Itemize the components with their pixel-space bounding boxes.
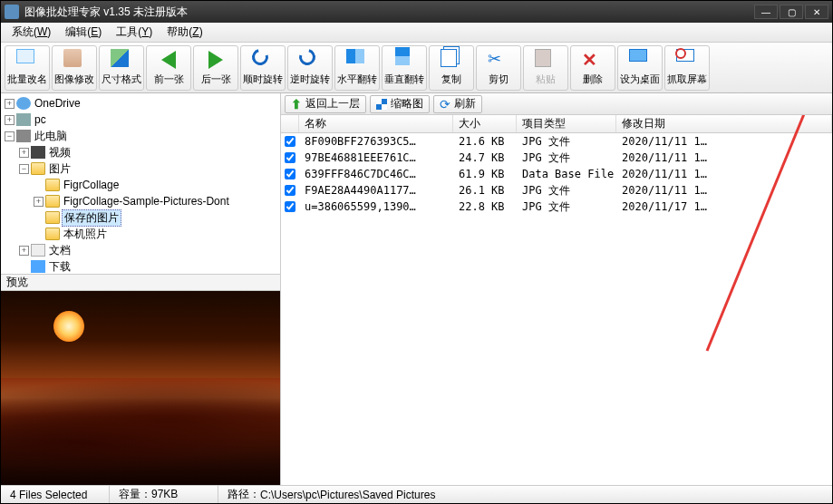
refresh-button[interactable]: ⟳ 刷新 — [433, 95, 482, 113]
file-row[interactable]: 8F090BFF276393C5…21.6 KBJPG 文件2020/11/11… — [281, 133, 832, 150]
monitor-icon — [16, 130, 31, 142]
paste-icon — [535, 49, 557, 71]
tree-node-pictures[interactable]: − 图片 — [3, 160, 278, 177]
tool-label: 水平翻转 — [337, 73, 377, 86]
size-format-button[interactable]: 尺寸格式 — [99, 45, 144, 91]
expander-icon[interactable]: − — [19, 164, 29, 174]
file-type: JPG 文件 — [517, 183, 616, 199]
tree-node-onedrive[interactable]: + OneDrive — [3, 95, 278, 111]
file-date: 2020/11/17 1… — [616, 200, 832, 213]
flip-v-icon — [393, 49, 415, 71]
rotate-cw-icon — [252, 49, 274, 71]
tool-label: 抓取屏幕 — [667, 73, 707, 86]
button-label: 刷新 — [454, 96, 476, 111]
paste-button[interactable]: 粘贴 — [523, 45, 568, 91]
tree-node-figrcollage-sample[interactable]: + FigrCollage-Sample-Pictures-Dont — [3, 193, 278, 209]
expander-icon[interactable]: + — [19, 148, 29, 158]
expander-icon[interactable]: + — [5, 115, 15, 125]
column-check[interactable] — [281, 115, 299, 132]
button-label: 返回上一层 — [305, 96, 360, 111]
file-list-header: 名称 大小 项目类型 修改日期 — [281, 115, 832, 133]
tree-label: pc — [33, 113, 48, 126]
sub-toolbar: ⬆ 返回上一层 缩略图 ⟳ 刷新 — [281, 93, 832, 115]
set-desktop-button[interactable]: 设为桌面 — [617, 45, 663, 91]
video-icon — [31, 146, 45, 159]
file-row[interactable]: 97BE46881EEE761C…24.7 KBJPG 文件2020/11/11… — [281, 150, 832, 166]
file-name: u=386065599,1390… — [299, 200, 453, 213]
column-date[interactable]: 修改日期 — [616, 115, 832, 132]
expander-icon[interactable]: + — [34, 197, 44, 207]
menu-工具[interactable]: 工具(Y) — [111, 23, 158, 42]
tool-label: 垂直翻转 — [384, 73, 424, 86]
tree-node-saved-pictures[interactable]: 保存的图片 — [3, 209, 278, 226]
file-checkbox[interactable] — [285, 185, 295, 196]
face-icon — [63, 49, 85, 71]
expander-icon[interactable]: + — [5, 99, 15, 109]
file-row[interactable]: u=386065599,1390…22.8 KBJPG 文件2020/11/17… — [281, 199, 832, 215]
tree-node-pc[interactable]: + pc — [3, 111, 278, 128]
image-edit-button[interactable]: 图像修改 — [52, 45, 97, 91]
file-row[interactable]: 639FFF846C7DC46C…61.9 KBData Base File20… — [281, 166, 832, 182]
delete-button[interactable]: ✕删除 — [570, 45, 615, 91]
cloud-icon — [16, 97, 31, 110]
app-window: 图像批处理专家 v1.35 未注册版本 — ▢ ✕ 系统(W)编辑(E)工具(Y… — [0, 0, 833, 504]
tree-node-figrcollage[interactable]: FigrCollage — [3, 177, 278, 193]
tree-node-this-pc[interactable]: − 此电脑 — [3, 128, 278, 144]
thumbnail-button[interactable]: 缩略图 — [370, 95, 430, 113]
column-name[interactable]: 名称 — [299, 115, 453, 132]
delete-icon: ✕ — [582, 49, 604, 71]
left-panel: + OneDrive + pc − 此电脑 + 视频 — [1, 93, 281, 485]
batch-rename-button[interactable]: 批量改名 — [5, 45, 50, 91]
column-size[interactable]: 大小 — [453, 115, 517, 132]
file-checkbox[interactable] — [285, 169, 295, 179]
prev-image-button[interactable]: 前一张 — [146, 45, 191, 91]
expander-icon[interactable]: + — [19, 246, 29, 256]
column-type[interactable]: 项目类型 — [517, 115, 616, 132]
file-list[interactable]: 名称 大小 项目类型 修改日期 8F090BFF276393C5…21.6 KB… — [281, 115, 832, 485]
folder-icon — [45, 195, 60, 208]
file-row[interactable]: F9AE28A4490A1177…26.1 KBJPG 文件2020/11/11… — [281, 182, 832, 199]
flip-v-button[interactable]: 垂直翻转 — [382, 45, 427, 91]
file-name: 8F090BFF276393C5… — [299, 135, 453, 148]
folder-icon — [31, 162, 45, 175]
tool-label: 逆时旋转 — [290, 73, 330, 86]
tool-label: 批量改名 — [7, 73, 47, 86]
next-image-button[interactable]: 后一张 — [193, 45, 238, 91]
cut-button[interactable]: ✂剪切 — [476, 45, 521, 91]
tool-label: 删除 — [583, 73, 603, 86]
capture-icon — [676, 49, 698, 71]
tool-label: 尺寸格式 — [102, 73, 141, 86]
rotate-cw-button[interactable]: 顺时旋转 — [240, 45, 286, 91]
tree-node-videos[interactable]: + 视频 — [3, 144, 278, 160]
refresh-icon: ⟳ — [440, 97, 450, 111]
file-checkbox[interactable] — [285, 201, 295, 212]
download-icon — [31, 260, 45, 273]
tool-label: 设为桌面 — [620, 73, 660, 86]
tree-node-downloads[interactable]: 下载 — [3, 258, 278, 275]
path-value: C:\Users\pc\Pictures\Saved Pictures — [260, 489, 435, 501]
tree-label: FigrCollage-Sample-Pictures-Dont — [62, 195, 231, 208]
file-size: 26.1 KB — [453, 184, 517, 197]
folder-tree[interactable]: + OneDrive + pc − 此电脑 + 视频 — [1, 93, 280, 275]
file-checkbox[interactable] — [285, 152, 295, 163]
rotate-ccw-button[interactable]: 逆时旋转 — [287, 45, 333, 91]
thumbnail-icon — [376, 99, 387, 110]
tool-label: 图像修改 — [54, 73, 94, 86]
flip-h-button[interactable]: 水平翻转 — [334, 45, 380, 91]
file-checkbox[interactable] — [285, 136, 295, 147]
menu-系统[interactable]: 系统(W) — [6, 23, 56, 42]
menubar: 系统(W)编辑(E)工具(Y)帮助(Z) — [1, 23, 832, 43]
menu-编辑[interactable]: 编辑(E) — [60, 23, 107, 42]
up-one-level-button[interactable]: ⬆ 返回上一层 — [285, 95, 366, 113]
tree-node-camera-roll[interactable]: 本机照片 — [3, 226, 278, 242]
tree-label: 本机照片 — [62, 227, 109, 242]
copy-button[interactable]: 复制 — [429, 45, 474, 91]
menu-帮助[interactable]: 帮助(Z) — [161, 23, 208, 42]
maximize-button[interactable]: ▢ — [780, 5, 803, 19]
app-icon — [5, 5, 19, 19]
capture-screen-button[interactable]: 抓取屏幕 — [664, 45, 710, 91]
close-button[interactable]: ✕ — [805, 5, 828, 19]
minimize-button[interactable]: — — [754, 5, 778, 19]
tree-node-documents[interactable]: + 文档 — [3, 242, 278, 258]
expander-icon[interactable]: − — [5, 131, 15, 141]
